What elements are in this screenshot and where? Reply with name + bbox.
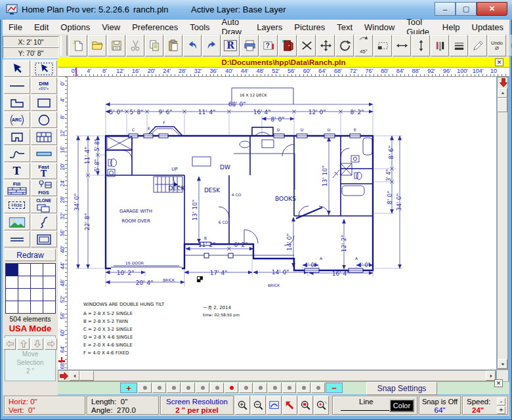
color-cell-2[interactable]: [18, 263, 31, 276]
tool-fast-text[interactable]: FastT: [31, 163, 57, 179]
page-bar-close-icon[interactable]: ✕: [494, 379, 503, 387]
exit-button[interactable]: [278, 35, 297, 56]
move-button[interactable]: [316, 35, 335, 56]
page-radio-9[interactable]: [253, 383, 267, 393]
zoom-settings-button[interactable]: [314, 396, 329, 415]
color-cell-13[interactable]: [5, 301, 18, 314]
scroll-up-button[interactable]: [498, 88, 507, 98]
color-cell-6[interactable]: [18, 276, 31, 289]
draw-erase-button[interactable]: [469, 35, 487, 56]
menu-view[interactable]: View: [96, 20, 126, 34]
color-cell-3[interactable]: [30, 263, 43, 276]
menu-updates[interactable]: Updates: [466, 20, 509, 34]
page-radio-3[interactable]: [167, 383, 181, 393]
speed-decrease-button[interactable]: -: [497, 398, 505, 406]
tool-wall[interactable]: [4, 129, 30, 145]
tool-circle[interactable]: [31, 112, 57, 128]
close-button[interactable]: ✕: [477, 2, 507, 16]
cut-button[interactable]: [126, 35, 144, 56]
page-radio-5[interactable]: [196, 383, 209, 393]
color-cell-1[interactable]: [5, 263, 18, 276]
tool-arc[interactable]: ARC: [4, 112, 30, 128]
rotate-button[interactable]: [335, 35, 354, 56]
menu-layers[interactable]: Layers: [251, 20, 288, 34]
tool-figures[interactable]: FIGS: [31, 180, 57, 196]
tool-fill[interactable]: Fill: [4, 180, 30, 196]
path-bar-close-icon[interactable]: ✕: [495, 58, 503, 66]
tool-rectangle[interactable]: [31, 94, 57, 111]
tool-parallel-lines[interactable]: [4, 231, 30, 247]
line-style-panel[interactable]: Line Color: [332, 396, 417, 415]
move-down-button[interactable]: [31, 338, 43, 350]
color-cell-8[interactable]: [43, 276, 56, 289]
page-radio-7[interactable]: [224, 383, 238, 393]
toolbar-grip[interactable]: [60, 35, 68, 56]
color-cell-10[interactable]: [18, 288, 31, 301]
move-right-button[interactable]: [45, 338, 57, 350]
tool-clone[interactable]: CLONE: [31, 197, 57, 213]
color-cell-12[interactable]: [43, 288, 56, 301]
color-cell-11[interactable]: [30, 288, 43, 301]
redo-button[interactable]: [202, 35, 221, 56]
move-up-button[interactable]: [17, 338, 30, 350]
save-file-button[interactable]: [107, 35, 125, 56]
menu-text[interactable]: Text: [331, 20, 358, 34]
refresh-view-button[interactable]: R: [221, 35, 240, 56]
menu-tools[interactable]: Tools: [184, 20, 215, 34]
tool-double-line[interactable]: [31, 146, 57, 162]
color-cell-14[interactable]: [18, 301, 31, 314]
undo-zero-button[interactable]: Undo Ø: [488, 35, 506, 56]
redraw-button[interactable]: Redraw: [5, 249, 56, 261]
horizontal-scrollbar[interactable]: [58, 370, 496, 381]
tool-dimension[interactable]: DIM+5'0"+: [31, 77, 57, 94]
open-file-button[interactable]: [88, 35, 106, 56]
move-left-button[interactable]: [3, 338, 16, 350]
page-radio-11[interactable]: [282, 383, 296, 393]
scroll-down-button[interactable]: [498, 359, 507, 369]
select-region-button[interactable]: [373, 35, 392, 56]
drawing-canvas[interactable]: 16 X 12 DECK68' 0"5' 0"5' 8"9' 6"11' 4"1…: [68, 77, 496, 369]
stretch-v-button[interactable]: [412, 35, 430, 56]
maximize-button[interactable]: ▢: [456, 2, 477, 16]
full-view-button[interactable]: [282, 396, 297, 415]
minimize-button[interactable]: –: [435, 2, 456, 16]
tool-freehand[interactable]: [31, 214, 57, 230]
vertical-scroll-thumb[interactable]: [498, 98, 507, 112]
print-button[interactable]: [240, 35, 259, 56]
tool-curve[interactable]: [4, 146, 30, 162]
tool-text[interactable]: T: [4, 163, 30, 179]
menu-window[interactable]: Window: [358, 20, 400, 34]
snap-panel[interactable]: Snap is Off 64": [419, 396, 461, 415]
zoom-in-button[interactable]: [235, 396, 250, 415]
zoom-out-button[interactable]: [251, 396, 266, 415]
menu-help[interactable]: Help: [437, 20, 466, 34]
page-radio-1[interactable]: [138, 383, 152, 393]
tool-hide[interactable]: Hide: [4, 197, 30, 213]
tool-frame[interactable]: [31, 231, 57, 247]
delete-button[interactable]: [297, 35, 316, 56]
zoom-area-button[interactable]: [298, 396, 313, 415]
tool-line[interactable]: [4, 77, 30, 94]
vertical-scrollbar[interactable]: [497, 77, 508, 369]
color-button[interactable]: Color: [389, 399, 414, 412]
add-page-button[interactable]: +: [120, 383, 137, 393]
rotate-45-button[interactable]: 45°: [354, 35, 373, 56]
help-button[interactable]: ?: [259, 35, 278, 56]
copy-button[interactable]: [145, 35, 163, 56]
page-radio-8[interactable]: [239, 383, 253, 393]
snap-settings-button[interactable]: Snap Settings: [366, 382, 437, 395]
page-radio-12[interactable]: [297, 383, 310, 393]
page-radio-6[interactable]: [210, 383, 224, 393]
undo-button[interactable]: [183, 35, 202, 56]
tool-select[interactable]: [4, 60, 30, 77]
page-radio-10[interactable]: [268, 383, 282, 393]
scroll-left-button[interactable]: [70, 371, 79, 381]
color-cell-15[interactable]: [30, 301, 43, 314]
line-width-button[interactable]: [450, 35, 468, 56]
tool-multi-wall[interactable]: [31, 129, 57, 145]
page-radio-13[interactable]: [311, 383, 325, 393]
speed-increase-button[interactable]: +: [497, 406, 505, 414]
fit-window-button[interactable]: [267, 396, 282, 415]
menu-file[interactable]: File: [3, 20, 28, 34]
color-cell-4[interactable]: [43, 263, 56, 276]
